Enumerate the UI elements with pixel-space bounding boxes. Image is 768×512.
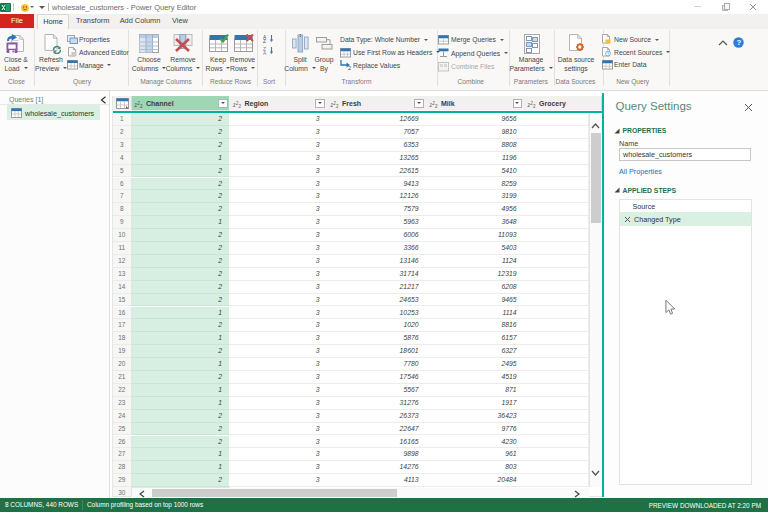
svg-text:2: 2 [348,65,351,70]
svg-text:Z: Z [263,39,266,43]
svg-text:?: ? [736,38,741,47]
svg-text:A: A [263,51,267,55]
